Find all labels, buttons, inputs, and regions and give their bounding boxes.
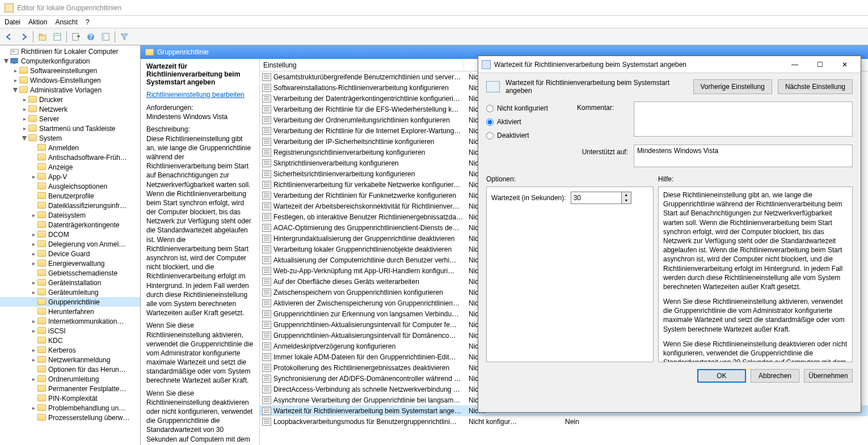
spinner-down[interactable]: ▼ — [622, 198, 631, 204]
tree-item[interactable]: Anmelden — [0, 143, 140, 152]
minimize-button[interactable]: — — [782, 57, 807, 73]
tree-item[interactable]: Optionen für das Herun… — [0, 365, 140, 374]
pane-button[interactable] — [99, 30, 112, 44]
tree-item[interactable]: ▸Problembehandlung un… — [0, 403, 140, 413]
tree-item[interactable]: PIN-Komplexität — [0, 393, 140, 403]
menu-action[interactable]: Aktion — [28, 18, 47, 26]
radio-enabled[interactable]: Aktiviert — [486, 115, 571, 129]
tree-arrow-icon[interactable]: ▸ — [30, 212, 37, 218]
tree-item[interactable]: ▸DCOM — [0, 230, 140, 239]
tree-arrow-icon[interactable]: ▸ — [30, 376, 37, 382]
tree-arrow-icon[interactable]: ▸ — [11, 67, 19, 74]
tree-item[interactable]: ⯆Administrative Vorlagen — [0, 85, 140, 95]
tree-item[interactable]: ▸Delegierung von Anmel… — [0, 239, 140, 249]
tree-item[interactable]: ▸Energieverwaltung — [0, 258, 140, 268]
tree-arrow-icon[interactable]: ▸ — [11, 77, 19, 83]
tree-item[interactable]: ▸Geräteinstallation — [0, 278, 140, 287]
tree-item[interactable]: ⯆System — [0, 133, 140, 143]
tree-item[interactable]: Anzeige — [0, 162, 140, 172]
radio-not-configured[interactable]: Nicht konfiguriert — [486, 101, 571, 115]
dialog-titlebar[interactable]: Wartezeit für Richtlinienverarbeitung be… — [478, 56, 861, 73]
tree-item[interactable]: ▸Device Guard — [0, 249, 140, 258]
tree-arrow-icon[interactable]: ▸ — [20, 125, 28, 132]
column-setting[interactable]: Einstellung — [260, 61, 464, 69]
tree-item[interactable]: ▸App-V — [0, 172, 140, 181]
setting-name: Loopbackverarbeitungsmodus für Benutzerg… — [273, 418, 466, 426]
tree-item[interactable]: ▸Geräteumleitung — [0, 287, 140, 297]
tree-arrow-icon[interactable]: ▸ — [30, 347, 37, 353]
tree-arrow-icon[interactable]: ▸ — [30, 279, 37, 286]
filter-button[interactable] — [117, 30, 131, 44]
menu-view[interactable]: Ansicht — [55, 18, 77, 26]
tree-item[interactable]: ▸Netzwerkanmeldung — [0, 355, 140, 365]
tree-item[interactable]: ▸Windows-Einstellungen — [0, 75, 140, 85]
show-hide-button[interactable] — [50, 30, 64, 44]
list-item[interactable]: Loopbackverarbeitungsmodus für Benutzerg… — [260, 416, 868, 427]
comment-textarea[interactable] — [634, 101, 853, 137]
tree-item[interactable]: Herunterfahren — [0, 307, 140, 316]
apply-button[interactable]: Übernehmen — [804, 369, 853, 383]
tree-item[interactable]: Antischadsoftware-Früh… — [0, 152, 140, 162]
tree-arrow-icon[interactable]: ▸ — [20, 106, 28, 112]
tree-item[interactable]: ▸Server — [0, 114, 140, 124]
wait-time-input[interactable] — [571, 194, 621, 202]
tree-arrow-icon[interactable]: ▸ — [30, 251, 37, 257]
tree-item[interactable]: ▸Softwareeinstellungen — [0, 66, 140, 75]
tree-item[interactable]: ▸Dateisystem — [0, 210, 140, 220]
tree-arrow-icon[interactable]: ▸ — [30, 241, 37, 247]
tree-item[interactable]: Ausgleichsoptionen — [0, 181, 140, 191]
tree-arrow-icon[interactable]: ⯆ — [2, 58, 10, 64]
tree-item[interactable]: Permanenter Festplatte… — [0, 384, 140, 393]
radio-disabled[interactable]: Deaktiviert — [486, 129, 571, 142]
tree-item[interactable]: ⯆Computerkonfiguration — [0, 56, 140, 66]
tree-item[interactable]: ▸iSCSI — [0, 326, 140, 336]
tree-arrow-icon[interactable]: ▸ — [20, 96, 28, 103]
tree-arrow-icon[interactable]: ▸ — [30, 173, 37, 180]
tree-item[interactable]: Dateiklassifizierungsinfr… — [0, 201, 140, 210]
tree-arrow-icon[interactable]: ▸ — [30, 318, 37, 324]
up-button[interactable] — [36, 30, 49, 44]
tree-arrow-icon[interactable]: ▸ — [30, 405, 37, 411]
tree-item[interactable]: Gruppenrichtlinie — [0, 297, 140, 307]
export-button[interactable] — [69, 30, 83, 44]
tree-item[interactable]: ▸Netzwerk — [0, 104, 140, 114]
tree-arrow-icon[interactable]: ▸ — [30, 231, 37, 238]
tree-arrow-icon[interactable]: ▸ — [30, 328, 37, 334]
tree-item[interactable]: ▸Drucker — [0, 95, 140, 104]
tree-arrow-icon[interactable]: ⯆ — [11, 87, 19, 93]
tree-arrow-icon[interactable]: ▸ — [30, 357, 37, 363]
tree-item[interactable]: ▸Kerberos — [0, 345, 140, 355]
previous-setting-button[interactable]: Vorherige Einstellung — [693, 79, 772, 94]
menu-file[interactable]: Datei — [5, 18, 20, 26]
cancel-button[interactable]: Abbrechen — [751, 369, 799, 383]
close-button[interactable]: ✕ — [832, 57, 857, 73]
ok-button[interactable]: OK — [697, 369, 746, 383]
edit-policy-link[interactable]: Richtlinieneinstellung bearbeiten — [146, 91, 254, 99]
folder-icon — [19, 67, 28, 75]
back-button[interactable] — [2, 30, 16, 44]
tree-item[interactable]: Richtlinien für Lokaler Computer — [0, 46, 140, 56]
help-box[interactable]: Diese Richtlinieneinstellung gibt an, wi… — [658, 187, 853, 362]
tree-item[interactable]: KDC — [0, 336, 140, 345]
forward-button[interactable] — [17, 30, 31, 44]
tree-item[interactable]: Datenträgerkontingente — [0, 220, 140, 230]
tree-item[interactable]: ▸Startmenü und Taskleiste — [0, 124, 140, 133]
tree-item[interactable]: ▸Internetkommunikation… — [0, 316, 140, 326]
tree-item[interactable]: Gebietsschemadienste — [0, 268, 140, 278]
tree-arrow-icon[interactable]: ▸ — [30, 260, 37, 266]
wait-time-spinner[interactable]: ▲ ▼ — [571, 192, 631, 204]
folder-icon — [37, 317, 47, 325]
tree-arrow-icon[interactable]: ▸ — [20, 116, 28, 122]
next-setting-button[interactable]: Nächste Einstellung — [778, 79, 853, 94]
help-button[interactable]: ? — [84, 30, 98, 44]
maximize-button[interactable]: ☐ — [807, 57, 832, 73]
tree-item[interactable]: Benutzerprofile — [0, 191, 140, 201]
tree-arrow-icon[interactable]: ▸ — [30, 289, 37, 295]
tree-item[interactable]: ▸Ordnerumleitung — [0, 374, 140, 384]
tree-item[interactable]: Prozesserstellung überw… — [0, 413, 140, 422]
menu-help[interactable]: ? — [86, 18, 90, 26]
svg-rect-10 — [12, 50, 14, 51]
tree-pane[interactable]: Richtlinien für Lokaler Computer⯆Compute… — [0, 45, 141, 445]
spinner-up[interactable]: ▲ — [622, 192, 631, 198]
tree-arrow-icon[interactable]: ⯆ — [20, 135, 28, 141]
